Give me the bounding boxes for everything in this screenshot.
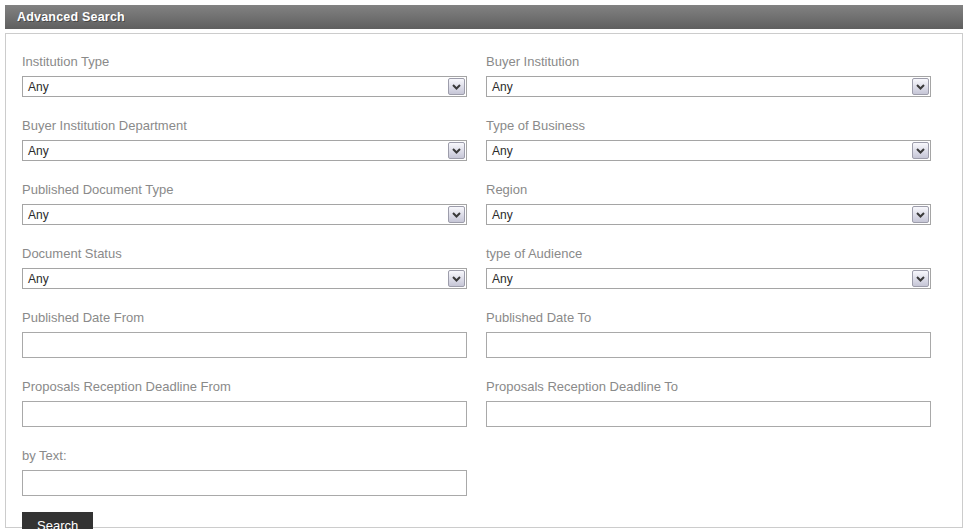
type-of-business-label: Type of Business bbox=[486, 118, 931, 133]
published-date-from-input[interactable] bbox=[22, 332, 467, 358]
type-of-business-value: Any bbox=[487, 141, 911, 160]
advanced-search-form: Institution Type Any Buyer Institution A… bbox=[22, 54, 946, 496]
chevron-down-icon[interactable] bbox=[448, 78, 465, 95]
field-proposals-deadline-to: Proposals Reception Deadline To bbox=[486, 379, 931, 427]
field-published-date-to: Published Date To bbox=[486, 310, 931, 358]
region-label: Region bbox=[486, 182, 931, 197]
document-status-value: Any bbox=[23, 269, 447, 288]
proposals-deadline-from-input[interactable] bbox=[22, 401, 467, 427]
region-select[interactable]: Any bbox=[486, 204, 931, 225]
by-text-input[interactable] bbox=[22, 470, 467, 496]
field-proposals-deadline-from: Proposals Reception Deadline From bbox=[22, 379, 467, 427]
institution-type-value: Any bbox=[23, 77, 447, 96]
field-published-document-type: Published Document Type Any bbox=[22, 182, 467, 225]
published-document-type-label: Published Document Type bbox=[22, 182, 467, 197]
field-type-of-business: Type of Business Any bbox=[486, 118, 931, 161]
published-document-type-value: Any bbox=[23, 205, 447, 224]
buyer-institution-department-select[interactable]: Any bbox=[22, 140, 467, 161]
published-date-to-input[interactable] bbox=[486, 332, 931, 358]
published-date-from-label: Published Date From bbox=[22, 310, 467, 325]
buyer-institution-department-value: Any bbox=[23, 141, 447, 160]
proposals-deadline-to-input[interactable] bbox=[486, 401, 931, 427]
proposals-deadline-to-label: Proposals Reception Deadline To bbox=[486, 379, 931, 394]
section-header: Advanced Search bbox=[5, 5, 963, 29]
type-of-audience-value: Any bbox=[487, 269, 911, 288]
type-of-audience-select[interactable]: Any bbox=[486, 268, 931, 289]
document-status-select[interactable]: Any bbox=[22, 268, 467, 289]
published-document-type-select[interactable]: Any bbox=[22, 204, 467, 225]
chevron-down-icon[interactable] bbox=[912, 78, 929, 95]
institution-type-label: Institution Type bbox=[22, 54, 467, 69]
field-buyer-institution: Buyer Institution Any bbox=[486, 54, 931, 97]
published-date-to-label: Published Date To bbox=[486, 310, 931, 325]
buyer-institution-select[interactable]: Any bbox=[486, 76, 931, 97]
buyer-institution-value: Any bbox=[487, 77, 911, 96]
buyer-institution-department-label: Buyer Institution Department bbox=[22, 118, 467, 133]
field-region: Region Any bbox=[486, 182, 931, 225]
institution-type-select[interactable]: Any bbox=[22, 76, 467, 97]
by-text-label: by Text: bbox=[22, 448, 467, 463]
field-type-of-audience: type of Audience Any bbox=[486, 246, 931, 289]
field-document-status: Document Status Any bbox=[22, 246, 467, 289]
chevron-down-icon[interactable] bbox=[912, 206, 929, 223]
region-value: Any bbox=[487, 205, 911, 224]
chevron-down-icon[interactable] bbox=[448, 206, 465, 223]
chevron-down-icon[interactable] bbox=[912, 270, 929, 287]
type-of-audience-label: type of Audience bbox=[486, 246, 931, 261]
buyer-institution-label: Buyer Institution bbox=[486, 54, 931, 69]
search-button[interactable]: Search bbox=[22, 512, 93, 529]
field-by-text: by Text: bbox=[22, 448, 467, 496]
chevron-down-icon[interactable] bbox=[448, 270, 465, 287]
chevron-down-icon[interactable] bbox=[912, 142, 929, 159]
field-institution-type: Institution Type Any bbox=[22, 54, 467, 97]
advanced-search-panel: Institution Type Any Buyer Institution A… bbox=[5, 33, 963, 528]
page-title: Advanced Search bbox=[5, 10, 125, 24]
type-of-business-select[interactable]: Any bbox=[486, 140, 931, 161]
field-published-date-from: Published Date From bbox=[22, 310, 467, 358]
document-status-label: Document Status bbox=[22, 246, 467, 261]
field-buyer-institution-department: Buyer Institution Department Any bbox=[22, 118, 467, 161]
chevron-down-icon[interactable] bbox=[448, 142, 465, 159]
proposals-deadline-from-label: Proposals Reception Deadline From bbox=[22, 379, 467, 394]
